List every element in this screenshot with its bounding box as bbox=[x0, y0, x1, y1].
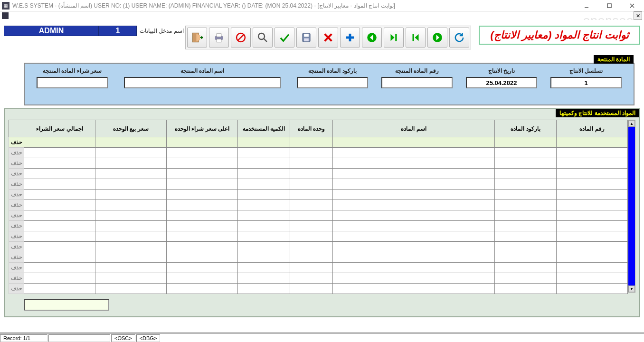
table-row[interactable]: حذف bbox=[9, 190, 628, 200]
grid-cell[interactable] bbox=[167, 263, 238, 273]
grid-cell[interactable] bbox=[290, 200, 333, 210]
delete-row-button[interactable]: حذف bbox=[9, 148, 24, 158]
grid-cell[interactable] bbox=[167, 179, 238, 190]
grid-cell[interactable] bbox=[167, 252, 238, 263]
grid-cell[interactable] bbox=[333, 242, 495, 252]
table-row[interactable]: حذف bbox=[9, 158, 628, 169]
grid-cell[interactable] bbox=[24, 221, 95, 231]
grid-cell[interactable] bbox=[333, 273, 495, 284]
delete-row-button[interactable]: حذف bbox=[9, 200, 24, 210]
grid-cell[interactable] bbox=[290, 221, 333, 231]
table-row[interactable]: حذف bbox=[9, 242, 628, 252]
grid-cell[interactable] bbox=[238, 148, 290, 158]
grid-cell[interactable] bbox=[333, 231, 495, 242]
grid-cell[interactable] bbox=[95, 273, 167, 284]
grid-cell[interactable] bbox=[290, 284, 333, 294]
close-window-button[interactable] bbox=[625, 1, 639, 10]
grid-cell[interactable] bbox=[495, 158, 557, 169]
table-row[interactable]: حذف bbox=[9, 263, 628, 273]
maximize-button[interactable] bbox=[602, 1, 616, 10]
grid-cell[interactable] bbox=[167, 158, 238, 169]
grid-cell[interactable] bbox=[333, 169, 495, 179]
prod-date-input[interactable] bbox=[466, 77, 537, 88]
grid-cell[interactable] bbox=[290, 137, 333, 148]
grid-cell[interactable] bbox=[238, 190, 290, 200]
grid-cell[interactable] bbox=[167, 273, 238, 284]
grid-cell[interactable] bbox=[24, 210, 95, 221]
table-row[interactable]: حذف bbox=[9, 148, 628, 158]
purchase-price-input[interactable] bbox=[37, 77, 108, 88]
scroll-track[interactable] bbox=[628, 127, 635, 285]
mdi-close-button[interactable]: ✕ bbox=[634, 11, 642, 20]
delete-row-button[interactable]: حذف bbox=[9, 169, 24, 179]
grid-cell[interactable] bbox=[333, 284, 495, 294]
grid-cell[interactable] bbox=[238, 231, 290, 242]
grid-cell[interactable] bbox=[238, 200, 290, 210]
table-row[interactable]: حذف bbox=[9, 179, 628, 190]
grid-cell[interactable] bbox=[495, 148, 557, 158]
grid-cell[interactable] bbox=[290, 252, 333, 263]
grid-cell[interactable] bbox=[290, 263, 333, 273]
grid-cell[interactable] bbox=[24, 231, 95, 242]
grid-cell[interactable] bbox=[495, 242, 557, 252]
grid-cell[interactable] bbox=[290, 158, 333, 169]
prod-seq-input[interactable] bbox=[550, 77, 622, 88]
grid-cell[interactable] bbox=[290, 148, 333, 158]
grid-cell[interactable] bbox=[95, 284, 167, 294]
grid-cell[interactable] bbox=[333, 148, 495, 158]
grid-cell[interactable] bbox=[238, 242, 290, 252]
grid-cell[interactable] bbox=[557, 242, 628, 252]
table-row[interactable]: حذف bbox=[9, 169, 628, 179]
ok-button[interactable] bbox=[275, 28, 294, 48]
prev-record-button[interactable] bbox=[362, 28, 382, 48]
grid-cell[interactable] bbox=[557, 200, 628, 210]
grid-cell[interactable] bbox=[557, 252, 628, 263]
delete-button[interactable] bbox=[318, 28, 338, 48]
search-button[interactable] bbox=[253, 28, 273, 48]
grid-cell[interactable] bbox=[238, 169, 290, 179]
delete-row-button[interactable]: حذف bbox=[9, 231, 24, 242]
grid-cell[interactable] bbox=[495, 179, 557, 190]
grid-cell[interactable] bbox=[95, 190, 167, 200]
grid-cell[interactable] bbox=[95, 158, 167, 169]
grid-cell[interactable] bbox=[333, 137, 495, 148]
grid-cell[interactable] bbox=[333, 190, 495, 200]
grid-cell[interactable] bbox=[290, 273, 333, 284]
grid-cell[interactable] bbox=[557, 210, 628, 221]
grid-cell[interactable] bbox=[495, 137, 557, 148]
grid-cell[interactable] bbox=[333, 252, 495, 263]
grid-cell[interactable] bbox=[495, 263, 557, 273]
delete-row-button[interactable]: حذف bbox=[9, 263, 24, 273]
scroll-up-icon[interactable]: ▲ bbox=[628, 120, 635, 127]
grid-cell[interactable] bbox=[557, 137, 628, 148]
exit-button[interactable] bbox=[187, 28, 207, 48]
grid-cell[interactable] bbox=[557, 273, 628, 284]
delete-row-button[interactable]: حذف bbox=[9, 179, 24, 190]
grid-cell[interactable] bbox=[495, 190, 557, 200]
table-row[interactable]: حذف bbox=[9, 210, 628, 221]
grid-cell[interactable] bbox=[95, 200, 167, 210]
grid-cell[interactable] bbox=[557, 169, 628, 179]
delete-row-button[interactable]: حذف bbox=[9, 252, 24, 263]
grid-cell[interactable] bbox=[495, 284, 557, 294]
grid-cell[interactable] bbox=[95, 210, 167, 221]
grid-cell[interactable] bbox=[24, 284, 95, 294]
next-record-button[interactable] bbox=[427, 28, 447, 48]
grid-cell[interactable] bbox=[24, 148, 95, 158]
first-record-button[interactable] bbox=[406, 28, 426, 48]
grid-cell[interactable] bbox=[333, 221, 495, 231]
grid-cell[interactable] bbox=[95, 231, 167, 242]
grid-cell[interactable] bbox=[495, 273, 557, 284]
grid-cell[interactable] bbox=[95, 137, 167, 148]
grid-cell[interactable] bbox=[24, 158, 95, 169]
delete-row-button[interactable]: حذف bbox=[9, 284, 24, 294]
grid-cell[interactable] bbox=[333, 210, 495, 221]
grid-cell[interactable] bbox=[495, 252, 557, 263]
grid-cell[interactable] bbox=[24, 169, 95, 179]
grid-cell[interactable] bbox=[557, 148, 628, 158]
grid-cell[interactable] bbox=[238, 263, 290, 273]
grid-cell[interactable] bbox=[95, 263, 167, 273]
item-name-input[interactable] bbox=[124, 77, 281, 88]
delete-row-button[interactable]: حذف bbox=[9, 273, 24, 284]
grid-cell[interactable] bbox=[290, 190, 333, 200]
